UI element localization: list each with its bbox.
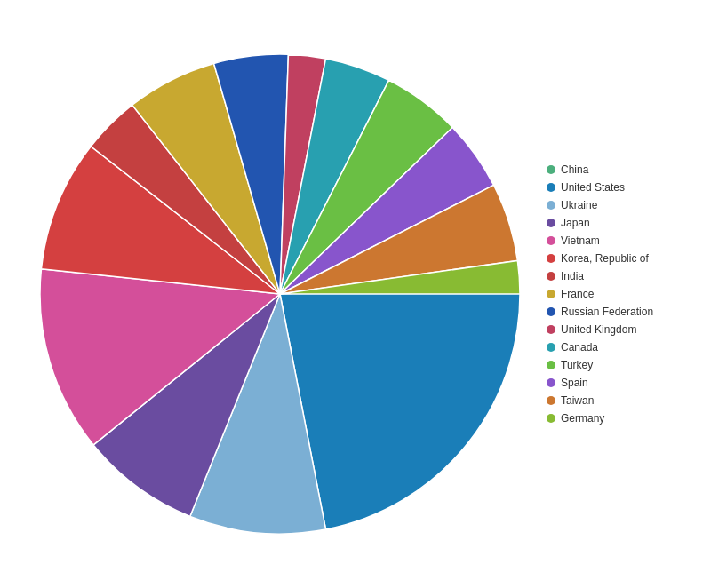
legend-color-dot (547, 201, 555, 210)
legend-item-united-states: United States (547, 181, 689, 194)
chart-container: ChinaUnited StatesUkraineJapanVietnamKor… (0, 0, 711, 588)
legend-label: China (561, 163, 588, 176)
legend-item-germany: Germany (547, 412, 689, 425)
legend-color-dot (547, 378, 555, 387)
legend-label: France (561, 288, 594, 300)
legend-label: United Kingdom (561, 323, 636, 336)
legend-color-dot (547, 307, 555, 316)
legend-item-canada: Canada (547, 341, 689, 354)
legend-label: United States (561, 181, 625, 194)
legend-color-dot (547, 290, 555, 298)
legend-color-dot (547, 343, 555, 352)
legend-color-dot (547, 272, 555, 281)
legend-label: Vietnam (561, 234, 600, 247)
legend-item-vietnam: Vietnam (547, 234, 689, 247)
legend-color-dot (547, 165, 555, 174)
legend-color-dot (547, 236, 555, 245)
legend-item-ukraine: Ukraine (547, 199, 689, 211)
legend-item-china: China (547, 163, 689, 176)
legend-item-russian-federation: Russian Federation (547, 306, 689, 318)
legend-color-dot (547, 254, 555, 263)
legend-label: Korea, Republic of (561, 252, 649, 265)
legend-label: Spain (561, 377, 588, 389)
legend-item-taiwan: Taiwan (547, 394, 689, 407)
legend-item-japan: Japan (547, 217, 689, 229)
legend-color-dot (547, 361, 555, 369)
legend-color-dot (547, 325, 555, 334)
legend-color-dot (547, 183, 555, 192)
legend-label: Germany (561, 412, 604, 425)
legend-label: Canada (561, 341, 598, 354)
legend-item-spain: Spain (547, 377, 689, 389)
chart-legend: ChinaUnited StatesUkraineJapanVietnamKor… (547, 163, 689, 425)
legend-item-india: India (547, 270, 689, 282)
legend-item-france: France (547, 288, 689, 300)
legend-label: Japan (561, 217, 590, 229)
pie-chart (22, 36, 538, 552)
legend-label: Turkey (561, 359, 593, 371)
legend-label: India (561, 270, 584, 282)
legend-label: Russian Federation (561, 306, 653, 318)
legend-item-korea--republic-of: Korea, Republic of (547, 252, 689, 265)
legend-item-turkey: Turkey (547, 359, 689, 371)
legend-color-dot (547, 396, 555, 405)
legend-label: Ukraine (561, 199, 597, 211)
legend-color-dot (547, 219, 555, 227)
legend-color-dot (547, 414, 555, 423)
legend-label: Taiwan (561, 394, 594, 407)
legend-item-united-kingdom: United Kingdom (547, 323, 689, 336)
